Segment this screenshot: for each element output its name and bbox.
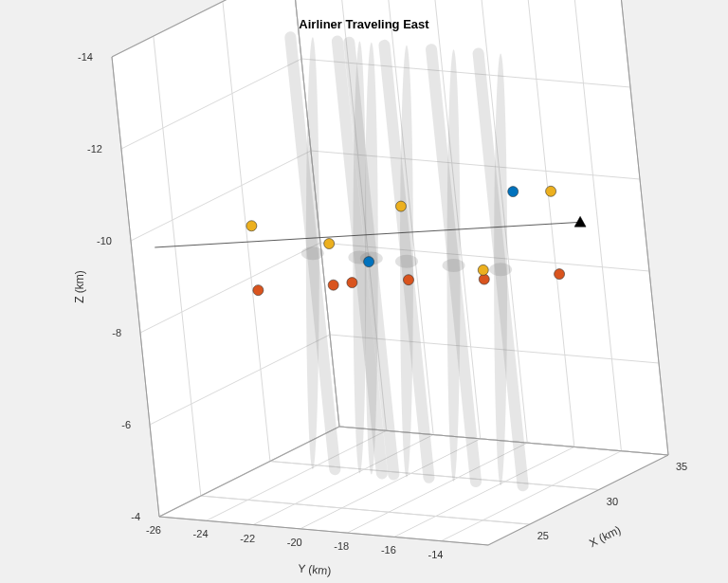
svg-text:-4: -4 bbox=[131, 511, 140, 522]
svg-point-68 bbox=[301, 246, 324, 260]
svg-text:-24: -24 bbox=[193, 528, 209, 539]
data-point bbox=[555, 269, 565, 280]
chart-title: Airliner Traveling East bbox=[0, 17, 728, 31]
svg-text:-14: -14 bbox=[78, 51, 93, 63]
x-axis-label: X (km) bbox=[587, 523, 623, 550]
svg-text:-22: -22 bbox=[240, 533, 255, 544]
svg-text:-20: -20 bbox=[287, 537, 302, 548]
data-point bbox=[395, 201, 406, 211]
data-point bbox=[347, 278, 357, 288]
y-axis-label: Y (km) bbox=[298, 562, 332, 578]
data-point bbox=[364, 257, 374, 267]
svg-point-83 bbox=[489, 263, 512, 276]
plot-3d: -14-12-10-8-6-4-26-24-22-20-18-16-142530… bbox=[0, 0, 728, 583]
data-point bbox=[546, 186, 556, 196]
svg-point-80 bbox=[443, 259, 465, 272]
svg-text:25: 25 bbox=[537, 530, 549, 541]
data-point bbox=[324, 239, 335, 249]
data-point bbox=[478, 264, 488, 275]
data-point bbox=[508, 187, 519, 197]
data-point bbox=[246, 221, 257, 231]
svg-text:-26: -26 bbox=[146, 524, 161, 536]
z-axis-label: Z (km) bbox=[73, 270, 86, 303]
svg-text:-8: -8 bbox=[112, 327, 121, 338]
svg-point-77 bbox=[395, 255, 418, 268]
svg-text:-16: -16 bbox=[381, 544, 396, 556]
svg-text:-6: -6 bbox=[121, 419, 131, 430]
data-point bbox=[328, 280, 338, 290]
svg-text:-10: -10 bbox=[97, 235, 112, 246]
svg-text:-14: -14 bbox=[428, 549, 443, 560]
svg-text:-12: -12 bbox=[87, 143, 102, 155]
svg-text:30: 30 bbox=[607, 496, 618, 507]
data-point bbox=[253, 285, 264, 296]
data-point bbox=[403, 275, 413, 285]
svg-text:35: 35 bbox=[676, 461, 687, 472]
svg-text:-18: -18 bbox=[334, 540, 349, 552]
data-point bbox=[479, 274, 489, 284]
